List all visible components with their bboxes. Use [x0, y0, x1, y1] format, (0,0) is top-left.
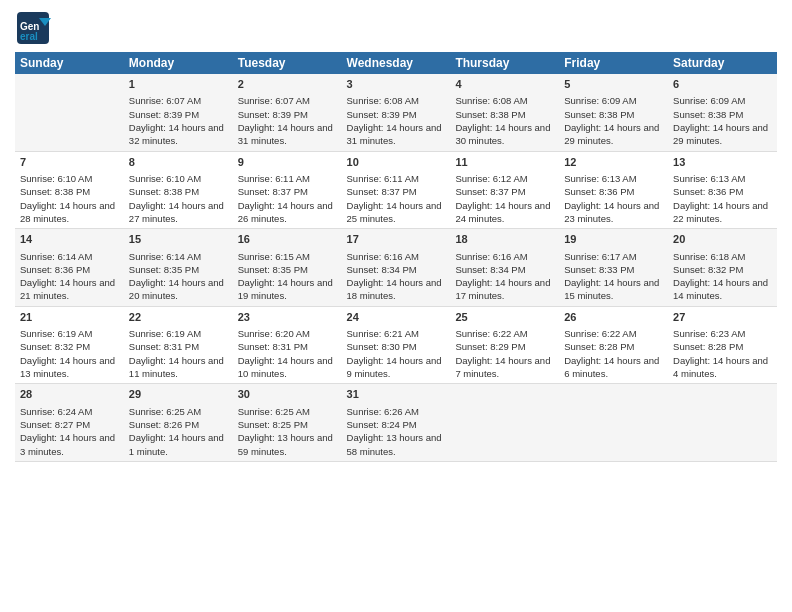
week-row-2: 7Sunrise: 6:10 AMSunset: 8:38 PMDaylight… — [15, 151, 777, 229]
page: Gen eral SundayMondayTuesdayWednesdayThu… — [0, 0, 792, 612]
sunrise-text: Sunrise: 6:17 AM — [564, 250, 663, 263]
day-number: 14 — [20, 232, 119, 247]
day-header-monday: Monday — [124, 52, 233, 74]
day-number: 30 — [238, 387, 337, 402]
daylight-text: Daylight: 14 hours and 7 minutes. — [455, 354, 554, 381]
sunset-text: Sunset: 8:38 PM — [673, 108, 772, 121]
sunrise-text: Sunrise: 6:20 AM — [238, 327, 337, 340]
day-header-saturday: Saturday — [668, 52, 777, 74]
cell-2-2: 8Sunrise: 6:10 AMSunset: 8:38 PMDaylight… — [124, 151, 233, 229]
sunrise-text: Sunrise: 6:24 AM — [20, 405, 119, 418]
sunset-text: Sunset: 8:29 PM — [455, 340, 554, 353]
daylight-text: Daylight: 14 hours and 15 minutes. — [564, 276, 663, 303]
daylight-text: Daylight: 14 hours and 32 minutes. — [129, 121, 228, 148]
sunset-text: Sunset: 8:33 PM — [564, 263, 663, 276]
daylight-text: Daylight: 14 hours and 19 minutes. — [238, 276, 337, 303]
daylight-text: Daylight: 14 hours and 22 minutes. — [673, 199, 772, 226]
day-number: 1 — [129, 77, 228, 92]
cell-5-7 — [668, 384, 777, 462]
sunset-text: Sunset: 8:32 PM — [673, 263, 772, 276]
week-row-5: 28Sunrise: 6:24 AMSunset: 8:27 PMDayligh… — [15, 384, 777, 462]
sunrise-text: Sunrise: 6:11 AM — [238, 172, 337, 185]
day-number: 29 — [129, 387, 228, 402]
day-header-wednesday: Wednesday — [342, 52, 451, 74]
day-number: 17 — [347, 232, 446, 247]
sunset-text: Sunset: 8:35 PM — [238, 263, 337, 276]
day-number: 2 — [238, 77, 337, 92]
cell-5-3: 30Sunrise: 6:25 AMSunset: 8:25 PMDayligh… — [233, 384, 342, 462]
week-row-4: 21Sunrise: 6:19 AMSunset: 8:32 PMDayligh… — [15, 306, 777, 384]
day-number: 24 — [347, 310, 446, 325]
sunrise-text: Sunrise: 6:09 AM — [564, 94, 663, 107]
daylight-text: Daylight: 14 hours and 9 minutes. — [347, 354, 446, 381]
daylight-text: Daylight: 14 hours and 25 minutes. — [347, 199, 446, 226]
daylight-text: Daylight: 14 hours and 28 minutes. — [20, 199, 119, 226]
sunrise-text: Sunrise: 6:13 AM — [673, 172, 772, 185]
day-header-sunday: Sunday — [15, 52, 124, 74]
day-number: 6 — [673, 77, 772, 92]
day-header-friday: Friday — [559, 52, 668, 74]
sunset-text: Sunset: 8:35 PM — [129, 263, 228, 276]
sunrise-text: Sunrise: 6:07 AM — [238, 94, 337, 107]
sunrise-text: Sunrise: 6:10 AM — [129, 172, 228, 185]
daylight-text: Daylight: 14 hours and 6 minutes. — [564, 354, 663, 381]
cell-4-6: 26Sunrise: 6:22 AMSunset: 8:28 PMDayligh… — [559, 306, 668, 384]
day-header-tuesday: Tuesday — [233, 52, 342, 74]
sunset-text: Sunset: 8:36 PM — [673, 185, 772, 198]
sunset-text: Sunset: 8:39 PM — [347, 108, 446, 121]
sunrise-text: Sunrise: 6:07 AM — [129, 94, 228, 107]
daylight-text: Daylight: 14 hours and 29 minutes. — [564, 121, 663, 148]
day-number: 26 — [564, 310, 663, 325]
day-number: 7 — [20, 155, 119, 170]
sunrise-text: Sunrise: 6:23 AM — [673, 327, 772, 340]
sunrise-text: Sunrise: 6:21 AM — [347, 327, 446, 340]
daylight-text: Daylight: 14 hours and 24 minutes. — [455, 199, 554, 226]
cell-2-4: 10Sunrise: 6:11 AMSunset: 8:37 PMDayligh… — [342, 151, 451, 229]
cell-3-2: 15Sunrise: 6:14 AMSunset: 8:35 PMDayligh… — [124, 229, 233, 307]
sunrise-text: Sunrise: 6:15 AM — [238, 250, 337, 263]
sunset-text: Sunset: 8:31 PM — [129, 340, 228, 353]
cell-2-5: 11Sunrise: 6:12 AMSunset: 8:37 PMDayligh… — [450, 151, 559, 229]
sunrise-text: Sunrise: 6:16 AM — [455, 250, 554, 263]
sunrise-text: Sunrise: 6:14 AM — [20, 250, 119, 263]
sunset-text: Sunset: 8:27 PM — [20, 418, 119, 431]
cell-3-5: 18Sunrise: 6:16 AMSunset: 8:34 PMDayligh… — [450, 229, 559, 307]
day-number: 21 — [20, 310, 119, 325]
sunset-text: Sunset: 8:39 PM — [129, 108, 228, 121]
header-row: SundayMondayTuesdayWednesdayThursdayFrid… — [15, 52, 777, 74]
sunrise-text: Sunrise: 6:10 AM — [20, 172, 119, 185]
daylight-text: Daylight: 14 hours and 29 minutes. — [673, 121, 772, 148]
cell-4-1: 21Sunrise: 6:19 AMSunset: 8:32 PMDayligh… — [15, 306, 124, 384]
week-row-3: 14Sunrise: 6:14 AMSunset: 8:36 PMDayligh… — [15, 229, 777, 307]
cell-5-6 — [559, 384, 668, 462]
cell-3-6: 19Sunrise: 6:17 AMSunset: 8:33 PMDayligh… — [559, 229, 668, 307]
sunset-text: Sunset: 8:37 PM — [347, 185, 446, 198]
day-number: 15 — [129, 232, 228, 247]
sunrise-text: Sunrise: 6:13 AM — [564, 172, 663, 185]
daylight-text: Daylight: 14 hours and 30 minutes. — [455, 121, 554, 148]
day-number: 3 — [347, 77, 446, 92]
day-number: 20 — [673, 232, 772, 247]
header: Gen eral — [15, 10, 777, 46]
cell-4-5: 25Sunrise: 6:22 AMSunset: 8:29 PMDayligh… — [450, 306, 559, 384]
daylight-text: Daylight: 14 hours and 1 minute. — [129, 431, 228, 458]
daylight-text: Daylight: 14 hours and 11 minutes. — [129, 354, 228, 381]
cell-4-4: 24Sunrise: 6:21 AMSunset: 8:30 PMDayligh… — [342, 306, 451, 384]
cell-3-1: 14Sunrise: 6:14 AMSunset: 8:36 PMDayligh… — [15, 229, 124, 307]
sunset-text: Sunset: 8:39 PM — [238, 108, 337, 121]
daylight-text: Daylight: 14 hours and 21 minutes. — [20, 276, 119, 303]
sunset-text: Sunset: 8:34 PM — [347, 263, 446, 276]
cell-1-7: 6Sunrise: 6:09 AMSunset: 8:38 PMDaylight… — [668, 74, 777, 151]
day-number: 9 — [238, 155, 337, 170]
svg-text:eral: eral — [20, 31, 38, 42]
day-number: 4 — [455, 77, 554, 92]
sunrise-text: Sunrise: 6:26 AM — [347, 405, 446, 418]
daylight-text: Daylight: 14 hours and 23 minutes. — [564, 199, 663, 226]
cell-3-4: 17Sunrise: 6:16 AMSunset: 8:34 PMDayligh… — [342, 229, 451, 307]
day-number: 27 — [673, 310, 772, 325]
daylight-text: Daylight: 14 hours and 4 minutes. — [673, 354, 772, 381]
daylight-text: Daylight: 14 hours and 3 minutes. — [20, 431, 119, 458]
daylight-text: Daylight: 14 hours and 10 minutes. — [238, 354, 337, 381]
cell-1-5: 4Sunrise: 6:08 AMSunset: 8:38 PMDaylight… — [450, 74, 559, 151]
cell-4-3: 23Sunrise: 6:20 AMSunset: 8:31 PMDayligh… — [233, 306, 342, 384]
